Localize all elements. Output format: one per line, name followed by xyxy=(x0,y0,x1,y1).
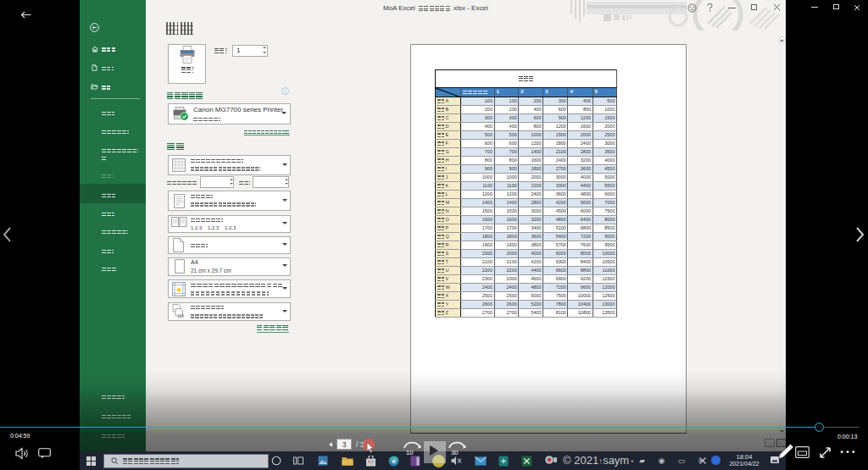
svg-text:100: 100 xyxy=(178,314,185,318)
